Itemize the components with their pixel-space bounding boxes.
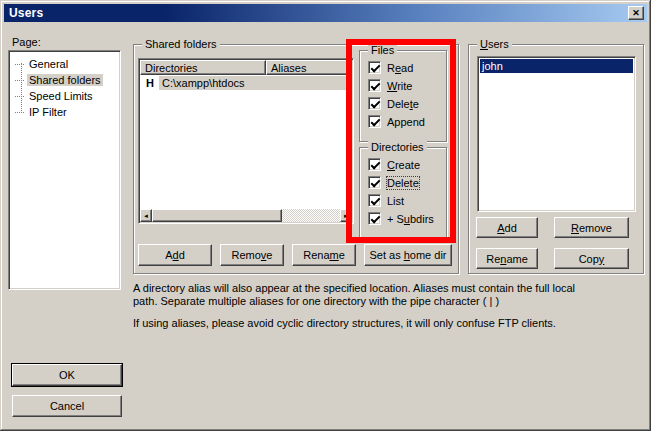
directories-list[interactable]: Directories Aliases H C:\xampp\htdocs ◄ … — [138, 58, 354, 224]
copy-user-button[interactable]: Copy — [554, 248, 629, 269]
close-icon: ✕ — [632, 9, 640, 18]
rename-directory-button[interactable]: Rename — [292, 244, 356, 266]
remove-user-button[interactable]: Remove — [554, 217, 629, 238]
add-user-button[interactable]: Add — [476, 217, 538, 238]
cancel-button[interactable]: Cancel — [12, 395, 122, 417]
close-button[interactable]: ✕ — [628, 6, 644, 20]
alias-notes: A directory alias will also appear at th… — [133, 282, 648, 330]
scrollbar-thumb[interactable] — [152, 209, 282, 222]
page-tree: General Shared folders Speed Limits IP F… — [8, 50, 121, 290]
directories-permissions-group: Directories Create Delete List + Subdirs — [359, 147, 447, 239]
directory-path: C:\xampp\htdocs — [159, 76, 351, 90]
subdirs-checkbox-row[interactable]: + Subdirs — [368, 211, 434, 226]
users-group: Users john Add Remove Rename Copy — [468, 44, 644, 274]
scroll-left-button[interactable]: ◄ — [140, 209, 152, 222]
delete-dirs-checkbox[interactable] — [368, 176, 381, 189]
files-permissions-group: Files Read Write Delete Append — [359, 50, 447, 142]
read-label: Read — [387, 62, 413, 74]
list-checkbox[interactable] — [368, 194, 381, 207]
subdirs-checkbox[interactable] — [368, 212, 381, 225]
tree-item-ip-filter[interactable]: IP Filter — [9, 104, 120, 120]
scroll-left-icon: ◄ — [143, 213, 149, 219]
horizontal-scrollbar[interactable]: ◄ ► — [140, 209, 352, 222]
create-checkbox[interactable] — [368, 158, 381, 171]
directory-row[interactable]: H C:\xampp\htdocs — [141, 76, 351, 90]
delete-files-checkbox-row[interactable]: Delete — [368, 96, 419, 111]
files-group-label: Files — [368, 44, 397, 56]
users-list[interactable]: john — [477, 56, 636, 212]
remove-directory-button[interactable]: Remove — [220, 244, 284, 266]
delete-files-checkbox[interactable] — [368, 97, 381, 110]
note-line: If using aliases, please avoid cyclic di… — [133, 317, 648, 330]
users-group-label: Users — [477, 38, 512, 50]
create-label: Create — [387, 159, 420, 171]
note-line: path. Separate multiple aliases for one … — [133, 295, 648, 308]
delete-dirs-label: Delete — [387, 177, 419, 189]
write-label: Write — [387, 80, 412, 92]
title-bar[interactable]: Users ✕ — [4, 4, 647, 22]
scroll-right-icon: ► — [343, 213, 349, 219]
column-header-directories[interactable]: Directories — [140, 60, 266, 75]
scrollbar-track[interactable] — [282, 209, 340, 222]
append-checkbox-row[interactable]: Append — [368, 114, 425, 129]
scroll-right-button[interactable]: ► — [340, 209, 352, 222]
append-checkbox[interactable] — [368, 115, 381, 128]
note-line: A directory alias will also appear at th… — [133, 282, 648, 295]
read-checkbox[interactable] — [368, 61, 381, 74]
create-checkbox-row[interactable]: Create — [368, 157, 420, 172]
shared-folders-group-label: Shared folders — [142, 38, 220, 50]
rename-user-button[interactable]: Rename — [476, 248, 538, 269]
tree-item-general[interactable]: General — [9, 56, 120, 72]
append-label: Append — [387, 116, 425, 128]
add-directory-button[interactable]: Add — [138, 244, 212, 266]
page-label: Page: — [12, 36, 41, 48]
subdirs-label: + Subdirs — [387, 213, 434, 225]
shared-folders-group: Shared folders Directories Aliases H C:\… — [133, 44, 459, 274]
read-checkbox-row[interactable]: Read — [368, 60, 413, 75]
column-header-aliases[interactable]: Aliases — [266, 60, 352, 75]
set-as-home-dir-button[interactable]: Set as home dir — [364, 244, 452, 266]
directories-group-label: Directories — [368, 141, 427, 153]
tree-item-shared-folders[interactable]: Shared folders — [9, 72, 120, 88]
delete-files-label: Delete — [387, 98, 419, 110]
ok-button[interactable]: OK — [12, 364, 122, 386]
list-checkbox-row[interactable]: List — [368, 193, 404, 208]
window-title: Users — [9, 6, 43, 20]
directories-list-header: Directories Aliases — [140, 60, 352, 75]
tree-item-speed-limits[interactable]: Speed Limits — [9, 88, 120, 104]
user-item-john[interactable]: john — [480, 59, 633, 73]
list-label: List — [387, 195, 404, 207]
home-marker: H — [141, 77, 159, 89]
delete-dirs-checkbox-row[interactable]: Delete — [368, 175, 419, 190]
write-checkbox[interactable] — [368, 79, 381, 92]
write-checkbox-row[interactable]: Write — [368, 78, 412, 93]
users-dialog: Users ✕ Page: General Shared folders Spe… — [0, 0, 651, 431]
